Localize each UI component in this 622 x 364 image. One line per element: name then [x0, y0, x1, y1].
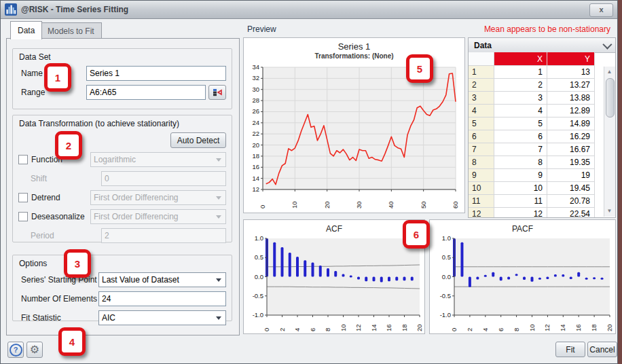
row-number: 2 [469, 79, 494, 92]
elements-input[interactable]: 24 [98, 291, 226, 306]
tab-models-to-fit[interactable]: Models to Fit [40, 22, 102, 39]
deseasonalize-checkbox[interactable] [18, 212, 28, 221]
svg-text:6: 6 [497, 328, 505, 331]
svg-text:20: 20 [323, 201, 331, 208]
title-bar[interactable]: @RISK - Time Series Fitting x [1, 1, 617, 19]
svg-text:24: 24 [252, 119, 259, 126]
cell-y: 16.67 [547, 143, 595, 156]
svg-text:12: 12 [252, 185, 259, 193]
row-number: 11 [469, 195, 494, 208]
cell-y: 14.89 [547, 117, 595, 130]
starting-point-select[interactable]: Last Value of Dataset [98, 272, 226, 287]
svg-text:0: 0 [450, 328, 458, 331]
chevron-down-icon [216, 196, 221, 200]
svg-text:20: 20 [606, 324, 613, 331]
cell-x: 9 [494, 169, 547, 182]
cell-y: 12.89 [547, 105, 595, 117]
svg-text:8: 8 [513, 328, 520, 331]
help-button[interactable]: ? [7, 342, 24, 358]
callout-badge-3: 3 [64, 249, 91, 278]
cell-x: 7 [494, 143, 547, 156]
range-picker-button[interactable] [208, 85, 226, 100]
scroll-up-icon[interactable]: ▲ [605, 67, 614, 77]
data-table-panel: Data X Y 11132213.273313.884412.895514.8… [468, 37, 616, 218]
cell-y: 13 [547, 66, 595, 79]
chevron-down-icon [602, 39, 612, 49]
tab-data[interactable]: Data [10, 21, 42, 39]
data-tab-panel: Data Set Name Series 1 Range A6:A65 [6, 38, 240, 335]
svg-text:50: 50 [420, 201, 427, 208]
name-input[interactable]: Series 1 [86, 66, 226, 81]
svg-text:2: 2 [278, 328, 286, 331]
grid-scrollbar[interactable]: ▲ ▼ [604, 67, 615, 217]
close-button[interactable]: x [589, 3, 613, 17]
row-number: 5 [469, 117, 494, 130]
function-checkbox[interactable] [18, 155, 28, 164]
svg-text:-1.0: -1.0 [440, 311, 451, 318]
svg-text:30: 30 [252, 86, 259, 93]
period-input: 2 [101, 228, 226, 243]
svg-text:10: 10 [340, 324, 347, 331]
svg-text:14: 14 [559, 324, 566, 331]
column-header-x: X [494, 52, 547, 66]
deseasonalize-select: First Order Differencing [90, 209, 226, 224]
fit-statistic-select[interactable]: AIC [98, 310, 226, 325]
table-row: 3313.88 [469, 92, 615, 105]
cell-y: 16.29 [547, 130, 595, 143]
chevron-down-icon [216, 278, 221, 282]
svg-text:0.5: 0.5 [255, 253, 263, 261]
shift-input: 0 [101, 171, 226, 186]
svg-text:40: 40 [387, 201, 395, 208]
fit-button[interactable]: Fit [555, 342, 585, 357]
svg-text:34: 34 [252, 65, 259, 71]
cell-y: 13.88 [547, 92, 595, 105]
detrend-checkbox[interactable] [18, 193, 28, 202]
cell-x: 12 [494, 208, 547, 217]
scroll-thumb[interactable] [606, 78, 615, 117]
row-number: 9 [469, 169, 494, 182]
row-number: 3 [469, 92, 494, 105]
svg-text:12: 12 [354, 324, 362, 331]
cell-y: 19.45 [547, 182, 595, 195]
table-row: 6616.29 [469, 130, 615, 143]
svg-text:0: 0 [259, 205, 266, 208]
row-number: 7 [469, 143, 494, 156]
shift-label: Shift [31, 174, 101, 183]
table-row: 2213.27 [469, 79, 615, 92]
cell-y: 13.27 [547, 79, 595, 92]
row-number: 10 [469, 182, 494, 195]
row-number: 12 [469, 208, 494, 217]
transformation-group: Data Transformation (to achieve stationa… [12, 115, 232, 242]
svg-text:16: 16 [252, 163, 259, 170]
pacf-chart-panel: PACF -1.0-0.50.00.51.002468101214161820 [429, 219, 616, 334]
auto-detect-button[interactable]: Auto Detect [170, 132, 226, 148]
svg-text:10: 10 [291, 201, 298, 208]
cancel-button[interactable]: Cancel [587, 342, 617, 357]
cell-x: 4 [494, 105, 547, 117]
column-header-y: Y [547, 52, 595, 66]
dialog-window: @RISK - Time Series Fitting x Data Model… [0, 0, 618, 364]
cell-x: 1 [494, 66, 547, 79]
settings-button[interactable]: ⚙ [26, 342, 43, 358]
options-group: Options Series' Starting Point Last Valu… [12, 255, 232, 321]
svg-text:2: 2 [466, 328, 473, 331]
range-input[interactable]: A6:A65 [86, 85, 206, 100]
svg-text:20: 20 [416, 324, 423, 331]
table-row: 111120.78 [469, 195, 615, 208]
svg-text:12: 12 [543, 324, 551, 331]
function-select: Logarithmic [90, 152, 226, 167]
svg-text:20: 20 [252, 141, 259, 149]
cell-y: 19.35 [547, 156, 595, 169]
table-row: 7716.67 [469, 143, 615, 156]
svg-text:14: 14 [252, 175, 259, 182]
data-set-title: Data Set [13, 49, 232, 62]
cell-x: 3 [494, 92, 547, 105]
svg-text:30: 30 [355, 201, 363, 208]
scroll-down-icon[interactable]: ▼ [605, 206, 614, 216]
table-row: 8819.35 [469, 156, 615, 169]
cell-x: 6 [494, 130, 547, 143]
data-table-header[interactable]: Data [469, 38, 615, 53]
row-number: 6 [469, 130, 494, 143]
svg-text:-0.5: -0.5 [253, 292, 263, 299]
pacf-title: PACF [430, 224, 615, 234]
